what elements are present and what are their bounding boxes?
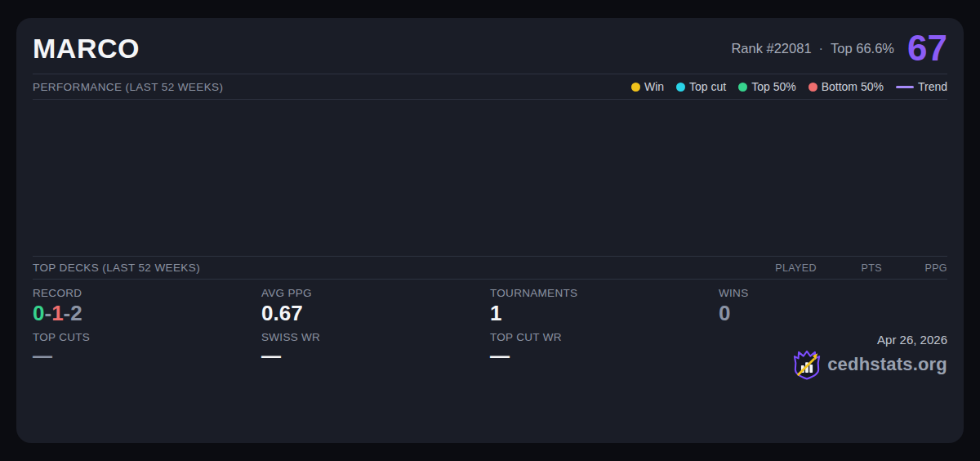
performance-chart-area — [33, 100, 947, 256]
record-separator: - — [44, 301, 51, 325]
legend-label: Top cut — [689, 80, 726, 93]
stat-label: AVG PPG — [261, 287, 490, 299]
record-draws: 2 — [70, 301, 82, 325]
performance-header-row: PERFORMANCE (LAST 52 WEEKS) Win Top cut … — [33, 74, 947, 99]
player-name: MARCO — [33, 33, 140, 65]
stat-label: TOP CUTS — [33, 331, 261, 343]
top-cut-dot-icon — [676, 83, 685, 92]
top-percent-text: Top 66.6% — [831, 41, 894, 56]
column-header-played: PLAYED — [751, 262, 817, 274]
record-value: 0-1-2 — [33, 302, 261, 325]
top-cuts-value: — — [33, 346, 261, 365]
legend-item-win: Win — [631, 80, 664, 93]
top-decks-header-row: TOP DECKS (LAST 52 WEEKS) PLAYED PTS PPG — [33, 257, 947, 279]
top-decks-section-title: TOP DECKS (LAST 52 WEEKS) — [33, 262, 200, 274]
stat-tournaments: TOURNAMENTS 1 — [490, 287, 719, 331]
card-footer: Apr 26, 2026 cedhstats.org — [719, 331, 947, 443]
legend-item-top-cut: Top cut — [676, 80, 726, 93]
legend-item-top-50: Top 50% — [738, 80, 795, 93]
legend-label: Top 50% — [751, 80, 795, 93]
trend-line-icon — [896, 86, 914, 88]
stat-swiss-wr: SWISS WR — — [261, 331, 490, 443]
legend-label: Trend — [918, 80, 947, 93]
cedhstats-logo-icon — [793, 349, 821, 380]
stat-label: WINS — [719, 287, 947, 299]
column-header-ppg: PPG — [882, 262, 947, 274]
record-losses: 1 — [51, 301, 63, 325]
top-decks-columns: PLAYED PTS PPG — [751, 262, 947, 274]
record-wins: 0 — [33, 301, 44, 325]
dot-separator: · — [819, 41, 824, 56]
bottom-50-dot-icon — [808, 83, 817, 92]
column-header-pts: PTS — [817, 262, 882, 274]
top-cut-wr-value: — — [490, 346, 719, 365]
stat-top-cuts: TOP CUTS — — [33, 331, 261, 443]
avg-ppg-value: 0.67 — [261, 302, 490, 325]
performance-section-title: PERFORMANCE (LAST 52 WEEKS) — [33, 81, 223, 93]
site-branding[interactable]: cedhstats.org — [793, 349, 947, 380]
legend-item-bottom-50: Bottom 50% — [808, 80, 884, 93]
stat-label: RECORD — [33, 287, 261, 299]
win-dot-icon — [631, 83, 640, 92]
record-separator: - — [64, 301, 71, 325]
stat-wins: WINS 0 — [719, 287, 947, 331]
player-score: 67 — [907, 30, 947, 66]
chart-legend: Win Top cut Top 50% Bottom 50% Trend — [631, 80, 947, 93]
swiss-wr-value: — — [261, 346, 490, 365]
legend-label: Win — [644, 80, 664, 93]
stat-label: TOURNAMENTS — [490, 287, 719, 299]
stat-avg-ppg: AVG PPG 0.67 — [261, 287, 490, 331]
header-right: Rank #22081 · Top 66.6% 67 — [731, 30, 947, 66]
stat-top-cut-wr: TOP CUT WR — — [490, 331, 719, 443]
rank-text: Rank #22081 — [731, 41, 811, 56]
card-header: MARCO Rank #22081 · Top 66.6% 67 — [33, 18, 947, 74]
stat-label: SWISS WR — [261, 331, 490, 343]
tournaments-value: 1 — [490, 302, 719, 325]
stats-grid: RECORD 0-1-2 AVG PPG 0.67 TOURNAMENTS 1 … — [33, 280, 947, 443]
stat-record: RECORD 0-1-2 — [33, 287, 261, 331]
legend-label: Bottom 50% — [822, 80, 884, 93]
site-name[interactable]: cedhstats.org — [827, 354, 947, 375]
rank-meta: Rank #22081 · Top 66.6% — [731, 41, 894, 56]
top-50-dot-icon — [738, 83, 747, 92]
stat-label: TOP CUT WR — [490, 331, 719, 343]
player-stats-card: MARCO Rank #22081 · Top 66.6% 67 PERFORM… — [16, 18, 964, 443]
report-date: Apr 26, 2026 — [877, 333, 947, 347]
legend-item-trend: Trend — [896, 80, 947, 93]
wins-value: 0 — [719, 302, 947, 325]
